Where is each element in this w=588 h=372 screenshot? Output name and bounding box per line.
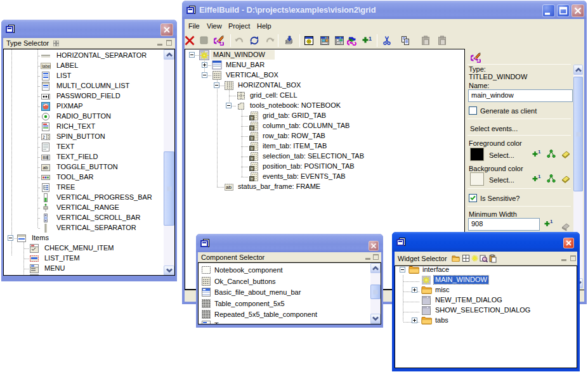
svg-text:T: T <box>251 177 253 181</box>
svg-text:1: 1 <box>538 149 541 155</box>
svg-text:ab: ab <box>226 184 232 190</box>
svg-text:T: T <box>251 127 253 131</box>
svg-text:1: 1 <box>538 174 541 179</box>
svg-text:T: T <box>251 137 253 141</box>
svg-text:ab: ab <box>43 165 48 170</box>
svg-text:T: T <box>251 167 253 171</box>
svg-text:T: T <box>251 147 253 151</box>
svg-text:2: 2 <box>42 135 45 139</box>
svg-text:label: label <box>42 64 51 68</box>
svg-text:1: 1 <box>550 219 553 224</box>
svg-text:T: T <box>251 157 253 161</box>
svg-text:1: 1 <box>369 35 372 42</box>
svg-text:T: T <box>251 117 253 120</box>
